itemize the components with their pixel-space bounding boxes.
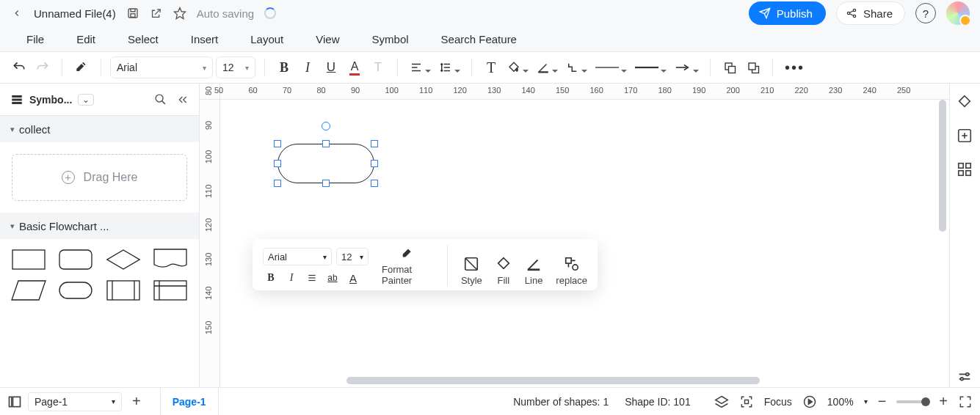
collapse-sidebar-icon[interactable] xyxy=(177,94,189,106)
float-style[interactable]: Style xyxy=(461,256,482,286)
canvas[interactable]: Arial▾ 12▾ B I ab xyxy=(220,100,949,387)
menu-file[interactable]: File xyxy=(26,33,44,45)
font-select[interactable]: Arial ▾ xyxy=(110,56,213,78)
back-icon[interactable] xyxy=(10,7,23,20)
shape-decision[interactable] xyxy=(104,248,143,271)
shape-document[interactable] xyxy=(150,248,190,271)
float-font-color-button[interactable]: A xyxy=(345,270,361,286)
redo-button[interactable] xyxy=(32,56,53,78)
horizontal-ruler[interactable]: 5060708090100110120130140150160170180190… xyxy=(220,84,949,100)
arrow-style-button[interactable] xyxy=(672,56,701,78)
fill-button[interactable] xyxy=(504,56,531,78)
zoom-out-button[interactable]: − xyxy=(878,393,887,410)
drag-here-zone[interactable]: + Drag Here xyxy=(12,154,187,201)
float-format-painter[interactable]: Format Painter xyxy=(382,245,434,286)
connector-button[interactable] xyxy=(563,56,589,78)
float-replace[interactable]: replace xyxy=(556,256,587,286)
rotate-handle[interactable] xyxy=(322,122,330,131)
selected-shape[interactable] xyxy=(277,144,374,183)
resize-handle-se[interactable] xyxy=(371,180,378,187)
shape-predefined[interactable] xyxy=(104,279,143,302)
menu-search-feature[interactable]: Search Feature xyxy=(441,33,517,45)
open-external-icon[interactable] xyxy=(150,7,163,20)
resize-handle-s[interactable] xyxy=(322,180,330,187)
file-name[interactable]: Unnamed File(4) xyxy=(34,7,116,20)
outline-icon[interactable] xyxy=(7,394,22,409)
shape-terminator-body[interactable] xyxy=(277,144,374,183)
page-select[interactable]: Page-1 ▾ xyxy=(28,392,122,411)
zoom-in-button[interactable]: + xyxy=(939,393,948,410)
page-tab[interactable]: Page-1 xyxy=(160,388,219,416)
more-button[interactable]: ••• xyxy=(782,56,807,78)
float-fill[interactable]: Fill xyxy=(496,256,512,286)
float-font-value: Arial xyxy=(268,251,287,262)
expand-icon[interactable]: ⌄ xyxy=(78,94,94,106)
layer-front-button[interactable] xyxy=(719,56,740,78)
presentation-icon[interactable] xyxy=(802,394,817,409)
line-style-button[interactable] xyxy=(592,56,629,78)
layers-icon[interactable] xyxy=(714,394,729,409)
shape-rounded-rect[interactable] xyxy=(56,248,95,271)
layer-back-button[interactable] xyxy=(743,56,763,78)
italic-button[interactable]: I xyxy=(297,56,318,78)
svg-rect-46 xyxy=(958,164,962,168)
publish-button[interactable]: Publish xyxy=(749,1,826,25)
zoom-label[interactable]: 100% xyxy=(827,396,854,408)
share-button[interactable]: Share xyxy=(836,1,905,25)
section-collect[interactable]: ▾collect xyxy=(0,116,199,142)
fullscreen-icon[interactable] xyxy=(958,394,973,409)
insert-panel-icon[interactable] xyxy=(957,128,974,145)
float-italic-button[interactable]: I xyxy=(283,270,300,286)
float-ab-button[interactable]: ab xyxy=(324,270,341,286)
line-weight-button[interactable] xyxy=(632,56,669,78)
focus-label[interactable]: Focus xyxy=(764,396,792,408)
shape-rectangle[interactable] xyxy=(9,248,48,271)
menu-symbol[interactable]: Symbol xyxy=(372,33,409,45)
menu-insert[interactable]: Insert xyxy=(191,33,219,45)
add-page-button[interactable]: + xyxy=(128,393,145,410)
search-icon[interactable] xyxy=(154,93,167,106)
resize-handle-nw[interactable] xyxy=(274,140,281,147)
avatar[interactable] xyxy=(946,1,970,25)
resize-handle-w[interactable] xyxy=(274,160,281,167)
float-bold-button[interactable]: B xyxy=(263,270,279,286)
menu-select[interactable]: Select xyxy=(128,33,159,45)
align-button[interactable] xyxy=(407,56,433,78)
focus-select-icon[interactable] xyxy=(739,394,754,409)
vertical-scrollbar[interactable] xyxy=(939,100,946,232)
shape-internal-storage[interactable] xyxy=(150,279,190,302)
float-line[interactable]: Line xyxy=(525,256,543,286)
undo-button[interactable] xyxy=(9,56,29,78)
vertical-ruler[interactable]: 8090100110120130140150 xyxy=(200,100,220,387)
format-painter-button[interactable] xyxy=(71,56,92,78)
float-size-select[interactable]: 12▾ xyxy=(336,248,369,265)
horizontal-scrollbar[interactable] xyxy=(346,377,760,384)
settings-panel-icon[interactable] xyxy=(957,370,974,387)
bold-button[interactable]: B xyxy=(274,56,294,78)
float-font-select[interactable]: Arial▾ xyxy=(263,248,332,265)
menu-layout[interactable]: Layout xyxy=(250,33,283,45)
clear-format-button[interactable]: T xyxy=(368,56,388,78)
resize-handle-n[interactable] xyxy=(322,140,330,147)
resize-handle-e[interactable] xyxy=(371,160,378,167)
resize-handle-sw[interactable] xyxy=(274,180,281,187)
resize-handle-ne[interactable] xyxy=(371,140,378,147)
text-button[interactable]: T xyxy=(481,56,501,78)
line-spacing-button[interactable] xyxy=(436,56,462,78)
menu-view[interactable]: View xyxy=(316,33,339,45)
save-icon[interactable] xyxy=(126,7,139,20)
fill-panel-icon[interactable] xyxy=(957,94,974,111)
section-basic-flowchart[interactable]: ▾Basic Flowchart ... xyxy=(0,213,199,239)
help-button[interactable]: ? xyxy=(915,3,936,23)
font-size-select[interactable]: 12 ▾ xyxy=(216,56,255,78)
underline-button[interactable]: U xyxy=(321,56,341,78)
shape-data[interactable] xyxy=(9,279,48,302)
zoom-slider[interactable] xyxy=(896,400,929,403)
shape-terminator[interactable] xyxy=(56,279,95,302)
float-align-button[interactable] xyxy=(304,270,320,286)
star-icon[interactable] xyxy=(173,7,186,20)
grid-panel-icon[interactable] xyxy=(957,161,974,179)
line-color-button[interactable] xyxy=(534,56,560,78)
menu-edit[interactable]: Edit xyxy=(76,33,95,45)
font-color-button[interactable]: A xyxy=(344,56,365,78)
